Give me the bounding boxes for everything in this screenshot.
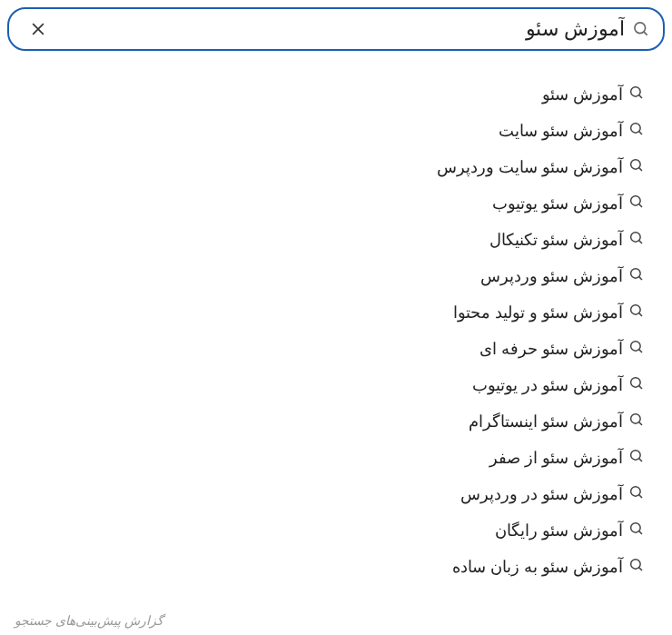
svg-point-30 [631,560,641,570]
suggestions-list: آموزش سئوآموزش سئو سایتآموزش سئو سایت ور… [7,76,665,585]
svg-point-6 [631,124,641,134]
svg-line-23 [639,422,642,425]
search-icon [628,557,645,577]
suggestion-text: آموزش سئو سایت [499,121,623,141]
svg-point-14 [631,269,641,279]
suggestion-item[interactable]: آموزش سئو وردپرس [7,258,645,294]
suggestion-item[interactable]: آموزش سئو حرفه ای [7,331,645,367]
svg-line-7 [639,132,642,134]
svg-line-17 [639,313,642,316]
svg-point-8 [631,160,641,170]
suggestion-text: آموزش سئو رایگان [495,521,623,541]
svg-point-28 [631,523,641,533]
suggestion-item[interactable]: آموزش سئو سایت [7,113,645,149]
search-icon [628,303,645,322]
suggestion-text: آموزش سئو یوتیوب [492,193,623,213]
search-icon [628,375,645,395]
suggestion-item[interactable]: آموزش سئو سایت وردپرس [7,149,645,185]
svg-point-18 [631,342,641,352]
suggestion-text: آموزش سئو به زبان ساده [452,557,623,577]
svg-line-21 [639,386,642,389]
suggestion-item[interactable]: آموزش سئو رایگان [7,512,645,549]
suggestion-item[interactable]: آموزش سئو در یوتیوب [7,367,645,403]
svg-point-4 [631,87,641,97]
suggestion-text: آموزش سئو از صفر [489,448,623,468]
suggestion-item[interactable]: آموزش سئو در وردپرس [7,476,645,512]
svg-line-19 [639,350,642,352]
suggestion-text: آموزش سئو تکنیکال [489,230,623,250]
search-icon [628,412,645,432]
suggestion-item[interactable]: آموزش سئو به زبان ساده [7,549,645,585]
search-icon [628,84,645,104]
search-icon [628,521,645,541]
search-icon [628,193,645,213]
svg-line-5 [639,95,642,98]
suggestion-text: آموزش سئو سایت وردپرس [437,157,623,177]
svg-point-16 [631,305,641,315]
search-icon [628,230,645,250]
svg-line-11 [639,204,642,207]
search-bar [7,7,665,51]
search-icon [628,484,645,504]
svg-line-1 [644,32,647,35]
clear-button[interactable] [25,16,51,42]
search-input[interactable] [51,17,625,41]
svg-point-20 [631,378,641,388]
suggestion-text: آموزش سئو اینستاگرام [469,412,623,432]
suggestion-item[interactable]: آموزش سئو یوتیوب [7,185,645,222]
search-icon [632,20,650,38]
search-icon [628,266,645,286]
svg-point-12 [631,233,641,243]
suggestion-text: آموزش سئو وردپرس [480,266,623,286]
suggestion-item[interactable]: آموزش سئو و تولید محتوا [7,294,645,331]
svg-line-29 [639,531,642,534]
svg-point-10 [631,196,641,206]
suggestion-text: آموزش سئو در وردپرس [460,484,623,504]
suggestion-item[interactable]: آموزش سئو تکنیکال [7,222,645,258]
suggestion-item[interactable]: آموزش سئو [7,76,645,113]
svg-point-22 [631,414,641,424]
svg-point-24 [631,451,641,461]
svg-line-31 [639,568,642,571]
svg-point-0 [635,23,646,34]
svg-line-15 [639,277,642,280]
svg-line-25 [639,459,642,461]
svg-line-27 [639,495,642,498]
suggestion-text: آموزش سئو و تولید محتوا [453,303,623,322]
suggestion-text: آموزش سئو حرفه ای [479,339,623,359]
search-icon [628,339,645,359]
search-icon [628,448,645,468]
svg-line-13 [639,241,642,243]
suggestion-text: آموزش سئو در یوتیوب [472,375,623,395]
search-icon [628,157,645,177]
search-icon [628,121,645,141]
svg-line-9 [639,168,642,171]
report-predictions-link[interactable]: گزارش پیش‌بینی‌های جستجو [15,613,163,628]
suggestion-text: آموزش سئو [542,84,623,104]
svg-point-26 [631,487,641,497]
suggestion-item[interactable]: آموزش سئو از صفر [7,440,645,476]
suggestion-item[interactable]: آموزش سئو اینستاگرام [7,403,645,440]
